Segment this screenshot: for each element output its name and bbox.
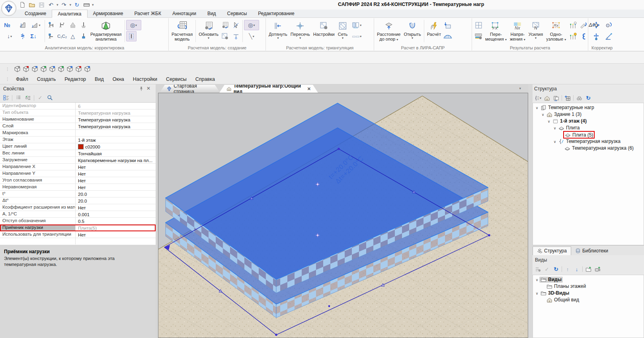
menu-item[interactable]: Настройки (129, 75, 162, 84)
property-value[interactable]: c02000 (76, 143, 156, 150)
refresh-tree-icon[interactable]: ↻ (585, 94, 592, 102)
tree-row[interactable]: ∨ Температурная нагрузка (533, 138, 644, 145)
refresh-views-icon[interactable]: ↻ (552, 266, 560, 273)
beam-node-icon[interactable] (231, 31, 241, 41)
menu-item[interactable]: Окна (108, 75, 129, 84)
move-object-icon[interactable] (590, 20, 602, 30)
angle-tool-icon[interactable] (603, 31, 615, 42)
search-icon[interactable] (46, 94, 53, 102)
result-frame-icon[interactable] (473, 20, 484, 30)
menu-item[interactable]: Редактор (60, 75, 90, 84)
ribbon-tab[interactable]: Редактирование (252, 10, 300, 18)
ribbon-tab[interactable]: Вид (202, 10, 222, 18)
stiffness-c1c2-icon[interactable]: C₁C₂ (57, 31, 67, 41)
tree-row[interactable]: ∨ Общий вид (533, 297, 644, 303)
close-panel-icon[interactable]: ✕ (146, 86, 150, 91)
layers-sync-icon[interactable] (552, 94, 560, 102)
property-row[interactable]: Маркировка (0, 130, 156, 137)
property-value[interactable]: Кратковременные нагрузки на пл... (76, 157, 156, 163)
property-value[interactable] (76, 130, 156, 136)
cube-view-icon[interactable] (13, 65, 21, 73)
cube-selection-icon[interactable] (48, 65, 56, 73)
property-row[interactable]: Угол согласования Нет (0, 177, 156, 184)
property-value[interactable]: Нет (76, 184, 156, 190)
save-icon[interactable] (37, 1, 45, 9)
dashed-column-icon[interactable] (126, 31, 137, 41)
open-in-lira-button[interactable]: Открыть ▾ (402, 20, 422, 40)
outline-node-top[interactable] (338, 148, 340, 150)
property-value[interactable]: Плита(5) (76, 225, 156, 231)
hinged-support-icon[interactable] (46, 20, 57, 30)
tab-libraries[interactable]: Библиотеки (571, 247, 612, 255)
property-value[interactable]: Нет (76, 204, 156, 211)
cube-right-face-icon[interactable] (57, 65, 65, 73)
redo-icon[interactable]: ↷ (60, 1, 68, 9)
fixed-support-icon[interactable] (46, 31, 57, 41)
property-row[interactable]: A, 1/°C 0.001 (0, 211, 156, 218)
property-value[interactable]: 20.0 (76, 191, 156, 197)
rotate-object-icon[interactable] (603, 20, 615, 30)
cube-bottom-face-icon[interactable] (74, 65, 82, 73)
toolbar-overflow-icon[interactable]: ▾ (92, 3, 94, 7)
reach-button[interactable]: Дотянуть ▾ (267, 20, 289, 40)
new-document-icon[interactable] (18, 1, 26, 9)
stresses-button[interactable]: Напря- жения ▾ (508, 20, 527, 42)
new-folder-icon[interactable] (585, 266, 592, 273)
home-level-icon[interactable] (543, 94, 550, 102)
property-row[interactable]: Вес линии Тончайшая (0, 150, 156, 157)
truss-small-icon[interactable]: △ (68, 31, 78, 41)
redo-dropdown-icon[interactable]: ▾ (70, 3, 72, 7)
sync-model-icon[interactable]: ↻ (73, 1, 81, 9)
tree-row[interactable]: ∨ Здание 1 (3) (533, 111, 644, 118)
tab-start-page[interactable]: Стартовая страница (160, 85, 220, 93)
cube-left-face-icon[interactable] (39, 65, 47, 73)
filter-brace-icon[interactable]: ▾ (534, 94, 541, 102)
expand-chevron-icon[interactable]: ∨ (552, 126, 557, 130)
snap-target-icon[interactable]: ◎▾ (126, 20, 141, 30)
stairs-analytics-icon[interactable] (18, 20, 28, 30)
forces-button[interactable]: Усилия ▾ (527, 20, 544, 40)
tab-list-dropdown-icon[interactable]: ▾ (519, 86, 521, 90)
calculate-button[interactable]: Расчёт (425, 20, 443, 37)
close-tab-icon[interactable]: ✕ (307, 86, 311, 92)
expand-chevron-icon[interactable]: ∨ (541, 113, 545, 117)
cube-pointer-icon[interactable] (66, 65, 74, 73)
line-tool-icon[interactable]: ╲▾ (244, 31, 259, 41)
ribbon-tab[interactable]: Аналитика (52, 10, 87, 18)
single-node-button[interactable]: Одно- узловые ▾ (544, 20, 568, 42)
node-numbers-icon[interactable]: № (2, 20, 12, 30)
move-node-icon[interactable] (590, 31, 602, 42)
sum-results-icon[interactable] (578, 31, 588, 41)
tree-row[interactable]: ∨ 3D-Виды (533, 290, 644, 297)
checked-list-icon[interactable] (24, 94, 31, 102)
property-value[interactable]: Нет (76, 164, 156, 170)
sliding-support-icon[interactable] (57, 20, 67, 30)
property-row[interactable] (0, 238, 156, 245)
property-row[interactable]: Загружение Кратковременные нагрузки на п… (0, 157, 156, 164)
tree-row[interactable]: ∨ 1-й этаж (4) (533, 118, 644, 125)
update-model-button[interactable]: Обновить ▾ (197, 20, 220, 40)
move-view-down-icon[interactable]: ↓ (573, 266, 580, 273)
tree-row[interactable]: ∨ Виды (533, 276, 644, 283)
editable-analytics-button[interactable]: Редактируемая аналитика (89, 20, 123, 42)
undo-dropdown-icon[interactable]: ▾ (57, 3, 59, 7)
property-row[interactable]: Δt° 20.0 (0, 197, 156, 204)
property-value[interactable]: 1-й этаж (76, 137, 156, 143)
truss-support-icon[interactable] (68, 20, 78, 30)
property-value[interactable]: Тончайшая (76, 150, 156, 156)
menu-item[interactable]: Файл (12, 75, 33, 84)
open-file-icon[interactable] (28, 1, 36, 9)
intersect-button[interactable]: Пересечь ▾ (289, 20, 312, 40)
property-row[interactable]: Неравномерная Нет (0, 184, 156, 191)
property-row[interactable]: Цвет линий c02000 (0, 143, 156, 150)
add-grid-icon[interactable] (564, 94, 571, 102)
frame-refresh-icon[interactable] (220, 20, 230, 30)
load-direction-icon[interactable]: ↓▾ (2, 31, 17, 41)
toolbar-grip[interactable]: ⋮ (6, 67, 10, 71)
triangulation-settings-button[interactable]: Настройки (312, 20, 336, 37)
categorized-view-icon[interactable] (2, 94, 10, 102)
pin-panel-icon[interactable] (139, 86, 144, 92)
apply-check-icon[interactable]: ✓ (37, 94, 44, 102)
ribbon-tab[interactable]: Аннотации (167, 10, 202, 18)
property-value[interactable] (76, 238, 156, 244)
